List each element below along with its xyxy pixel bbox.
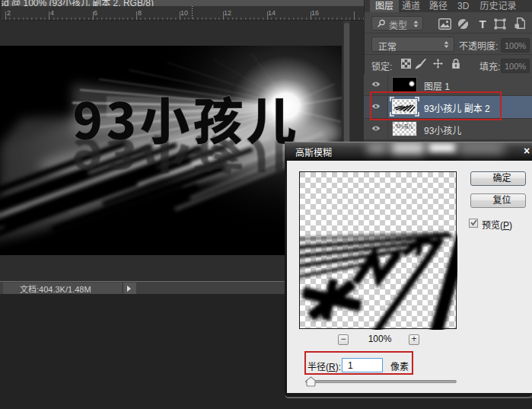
svg-text:93小孩儿: 93小孩儿 [72, 81, 299, 154]
svg-text:93小孩儿: 93小孩儿 [396, 123, 413, 129]
